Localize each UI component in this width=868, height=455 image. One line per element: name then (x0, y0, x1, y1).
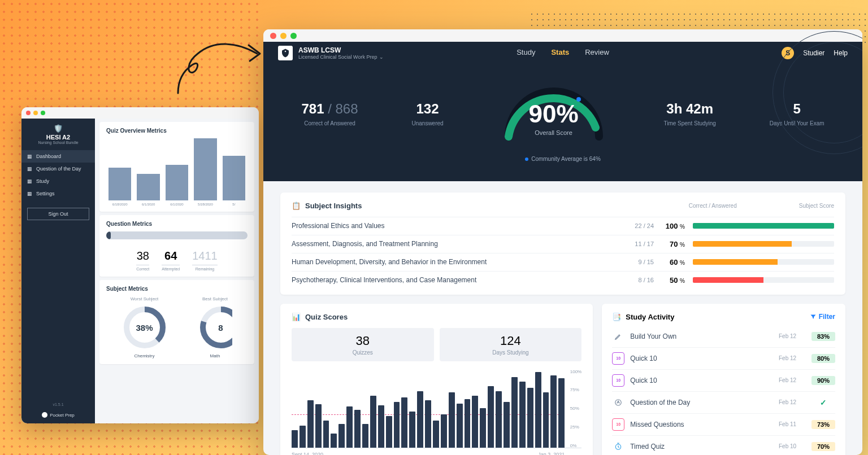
best-subject-donut: 8 (198, 305, 232, 350)
list-icon: 📑 (612, 313, 621, 321)
quizzes-stat: 38Quizzes (292, 328, 434, 361)
quiz-overview-title: Quiz Overview Metrics (106, 128, 248, 134)
question-metrics-title: Question Metrics (106, 221, 248, 227)
main-nav: StudyStatsReview (517, 40, 609, 66)
product-subtitle: Nursing School Bundle (21, 141, 95, 145)
quiz-scores-chart: 100%75%50%25%0% Sept 14, 2020Jan 3, 2021 (292, 369, 581, 455)
hero-stats: 781 / 868 Correct of Answered 132 Unansw… (263, 64, 862, 181)
zoom-dot[interactable] (41, 111, 45, 115)
sign-out-button[interactable]: Sign Out (27, 208, 89, 220)
subject-insights-title: Subject Insights (305, 202, 362, 210)
clipboard-icon: 📋 (292, 202, 301, 210)
remaining-count: 1411 (192, 250, 218, 262)
subject-metrics-title: Subject Metrics (106, 286, 248, 292)
nav-tab[interactable]: Stats (551, 40, 569, 66)
worst-subject-label: Worst Subject (122, 296, 167, 301)
zoom-dot[interactable] (290, 33, 297, 39)
product-name: ASWB LCSW (298, 46, 384, 54)
time-studying: 3h 42m (663, 101, 715, 117)
sidebar-item[interactable]: ▦Question of the Day (21, 163, 95, 175)
activity-row[interactable]: Build Your OwnFeb 1283% (612, 326, 835, 347)
product-logo-icon (278, 46, 293, 60)
study-activity-card: 📑 Study Activity Filter Build Your OwnFe… (602, 304, 845, 455)
app-header: ASWB LCSW Licensed Clinical Social Work … (263, 42, 862, 64)
quiz-overview-chart (106, 138, 248, 200)
unanswered-count: 132 (411, 101, 443, 117)
legacy-app-window: 🛡️ HESI A2 Nursing School Bundle ▦Dashbo… (21, 107, 259, 423)
window-titlebar (21, 107, 259, 119)
subject-row[interactable]: Psychotherapy, Clinical Interventions, a… (292, 271, 834, 289)
close-dot[interactable] (26, 111, 31, 115)
quiz-scores-title: Quiz Scores (305, 313, 348, 321)
minimize-dot[interactable] (33, 111, 38, 115)
activity-row[interactable]: 10Quick 10Feb 1280% (612, 347, 835, 369)
community-average: Community Average is 64% (280, 156, 845, 162)
bar-chart-icon: 📊 (292, 313, 301, 321)
activity-row[interactable]: 10Quick 10Feb 1290% (612, 369, 835, 391)
close-dot[interactable] (270, 33, 276, 39)
product-logo-icon: 🛡️ (21, 122, 95, 134)
subject-metrics-card: Subject Metrics Worst Subject 38% Chemis… (99, 280, 254, 364)
product-subtitle[interactable]: Licensed Clinical Social Work Prep ⌄ (298, 54, 384, 60)
activity-row[interactable]: Question of the DayFeb 12✓ (612, 391, 835, 413)
subject-row[interactable]: Professional Ethics and Values22 / 24100… (292, 217, 834, 235)
new-app-window: ASWB LCSW Licensed Clinical Social Work … (263, 29, 862, 455)
subject-row[interactable]: Human Development, Diversity, and Behavi… (292, 253, 834, 271)
sidebar-item[interactable]: ▦Study (21, 175, 95, 187)
study-activity-title: Study Activity (626, 313, 674, 321)
chevron-down-icon: ⌄ (379, 54, 384, 60)
correct-count: 38 (136, 250, 149, 262)
attempted-count: 64 (162, 250, 180, 262)
quiz-overview-card: Quiz Overview Metrics 6/18/20206/1/20206… (99, 122, 254, 212)
sidebar-item[interactable]: ▦Settings (21, 187, 95, 200)
minimize-dot[interactable] (280, 33, 287, 39)
activity-row[interactable]: 10Missed QuestionsFeb 1173% (612, 413, 835, 435)
overall-score-gauge: 90%Overall Score (497, 80, 610, 148)
nav-tab[interactable]: Review (585, 40, 609, 66)
filter-button[interactable]: Filter (810, 313, 835, 321)
quiz-scores-card: 📊Quiz Scores 38Quizzes 124Days Studying … (280, 304, 593, 455)
best-subject-label: Best Subject (198, 296, 232, 301)
brand-label: Pocket Prep (21, 409, 95, 423)
best-subject-name: Math (198, 353, 232, 358)
nav-tab[interactable]: Study (517, 40, 535, 66)
correct-of-answered: 781 / 868 (301, 101, 358, 117)
decorative-arrow (170, 28, 271, 102)
sidebar-item[interactable]: ▦Dashboard (21, 150, 95, 163)
product-name: HESI A2 (21, 134, 95, 141)
progress-bar (106, 231, 248, 239)
worst-subject-name: Chemistry (122, 353, 167, 358)
worst-subject-donut: 38% (122, 305, 167, 350)
sidebar: 🛡️ HESI A2 Nursing School Bundle ▦Dashbo… (21, 119, 95, 423)
question-metrics-card: Question Metrics 38Correct 64Attempted 1… (99, 215, 254, 277)
subject-row[interactable]: Assessment, Diagnosis, and Treatment Pla… (292, 235, 834, 253)
activity-row[interactable]: Timed QuizFeb 1070% (612, 435, 835, 455)
days-studying-stat: 124Days Studying (440, 328, 582, 361)
subject-insights-card: 📋 Subject Insights Correct / Answered Su… (280, 193, 845, 295)
version-label: v1.5.1 (21, 400, 95, 409)
